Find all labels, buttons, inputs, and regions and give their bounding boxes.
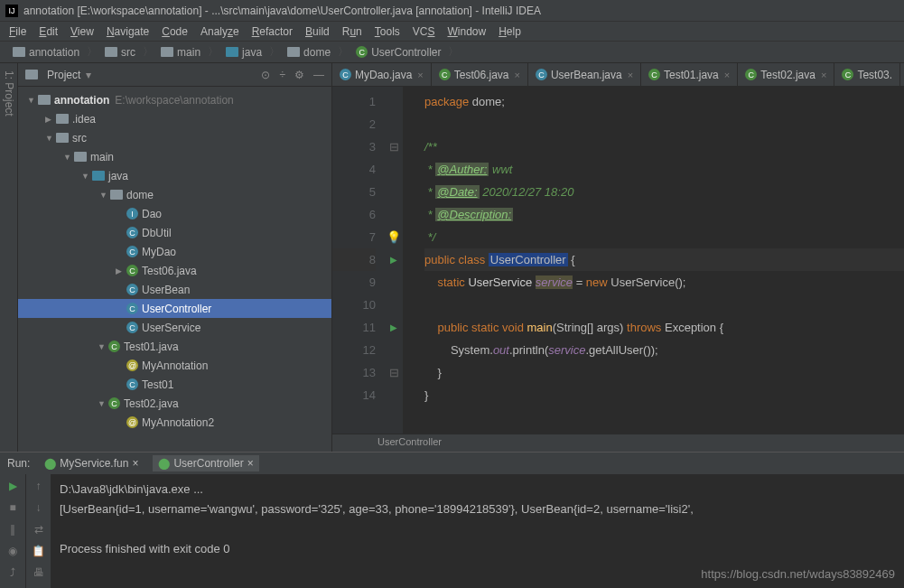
folder-icon <box>226 47 238 57</box>
tree-test01[interactable]: CTest01 <box>18 375 331 394</box>
folder-icon <box>92 171 105 181</box>
window-title: annotation [E:\workspace\annotation] - .… <box>23 5 541 17</box>
project-label[interactable]: Project <box>47 69 80 81</box>
menu-refactor[interactable]: Refactor <box>247 23 298 40</box>
interface-icon: I <box>126 208 138 219</box>
project-tree[interactable]: ▼annotationE:\workspace\annotation ▶.ide… <box>18 87 331 452</box>
crumb-src[interactable]: src <box>99 42 141 63</box>
console-line: Process finished with exit code 0 <box>60 539 895 559</box>
menu-edit[interactable]: Edit <box>33 23 63 40</box>
stop-icon[interactable]: ■ <box>9 501 15 514</box>
console-line: [UserBean{id=1, username='wangwu', passw… <box>60 499 895 519</box>
class-icon: C <box>340 69 351 80</box>
tab-userbean[interactable]: CUserBean.java× <box>528 63 641 87</box>
editor-tabs: CMyDao.java× CTest06.java× CUserBean.jav… <box>332 63 904 87</box>
bulb-icon[interactable]: 💡 <box>387 230 401 244</box>
up-icon[interactable]: ↑ <box>36 480 42 492</box>
run-tab-usercontroller[interactable]: ⬤UserController× <box>153 455 258 471</box>
folder-icon <box>25 70 38 79</box>
tree-test02java[interactable]: ▼CTest02.java <box>18 394 331 413</box>
tree-dbutil[interactable]: CDbUtil <box>18 223 331 242</box>
crumb-main[interactable]: main <box>155 42 206 63</box>
tab-test01[interactable]: CTest01.java× <box>641 63 738 87</box>
menu-code[interactable]: Code <box>156 23 193 40</box>
menu-build[interactable]: Build <box>300 23 335 40</box>
menu-window[interactable]: Window <box>442 23 491 40</box>
run-icon[interactable]: ▶ <box>385 316 403 339</box>
tree-userbean[interactable]: CUserBean <box>18 280 331 299</box>
tab-test02[interactable]: CTest02.java× <box>738 63 834 87</box>
tree-java[interactable]: ▼java <box>18 166 331 185</box>
target-icon[interactable]: ⊙ <box>261 69 270 81</box>
close-icon[interactable]: × <box>132 457 138 470</box>
wrap-icon[interactable]: ⇄ <box>34 523 43 536</box>
console-output[interactable]: D:\Java8\jdk\bin\java.exe ... [UserBean{… <box>51 474 904 588</box>
tree-userservice[interactable]: CUserService <box>18 318 331 337</box>
pause-icon[interactable]: ‖ <box>10 523 15 536</box>
run-icon[interactable]: ▶ <box>385 248 403 271</box>
menu-vcs[interactable]: VCS <box>407 23 441 40</box>
tree-test06[interactable]: ▶CTest06.java <box>18 261 331 280</box>
app-icon: IJ <box>5 5 18 17</box>
run-toolbar-left2: ↑ ↓ ⇄ 📋 🖶 <box>25 474 51 588</box>
hide-icon[interactable]: — <box>313 69 324 81</box>
folder-icon <box>105 47 117 57</box>
tree-dao[interactable]: IDao <box>18 204 331 223</box>
class-icon: C <box>356 46 368 58</box>
line-gutter: 1234567 891011121314 <box>332 87 385 434</box>
print-icon[interactable]: 🖶 <box>33 566 44 579</box>
code-editor[interactable]: 1234567 891011121314 ⊟ 💡 ▶ ▶ ⊟ package d… <box>332 87 904 434</box>
breadcrumb-bar: annotation〉 src〉 main〉 java〉 dome〉 CUser… <box>0 42 904 63</box>
tree-usercontroller[interactable]: CUserController <box>18 299 331 318</box>
folder-icon <box>161 47 173 57</box>
menu-navigate[interactable]: Navigate <box>101 23 154 40</box>
run-tab-myservice[interactable]: ⬤MyService.fun× <box>39 455 144 471</box>
tree-root[interactable]: ▼annotationE:\workspace\annotation <box>18 90 331 109</box>
tree-dome[interactable]: ▼dome <box>18 185 331 204</box>
menu-file[interactable]: File <box>4 23 32 40</box>
close-icon[interactable]: × <box>247 457 254 470</box>
tab-test06[interactable]: CTest06.java× <box>432 63 528 87</box>
crumb-dome[interactable]: dome <box>282 42 336 63</box>
code-content[interactable]: package dome; /** * @Auther: wwt * @Date… <box>403 87 904 434</box>
menu-view[interactable]: View <box>65 23 99 40</box>
tree-mydao[interactable]: CMyDao <box>18 242 331 261</box>
exit-icon[interactable]: ⤴ <box>10 566 15 579</box>
tree-main[interactable]: ▼main <box>18 147 331 166</box>
crumb-java[interactable]: java <box>220 42 267 63</box>
class-icon: C <box>126 284 138 295</box>
close-icon[interactable]: × <box>417 70 423 80</box>
gear-icon[interactable]: ⚙ <box>294 69 304 81</box>
tree-test01java[interactable]: ▼CTest01.java <box>18 337 331 356</box>
tab-mydao[interactable]: CMyDao.java× <box>332 63 432 87</box>
menu-analyze[interactable]: Analyze <box>195 23 245 40</box>
close-icon[interactable]: × <box>821 70 826 80</box>
tab-test03[interactable]: CTest03. <box>834 63 900 87</box>
close-icon[interactable]: × <box>515 70 520 80</box>
tree-myannotation[interactable]: @MyAnnotation <box>18 356 331 375</box>
camera-icon[interactable]: ◉ <box>8 545 17 557</box>
class-icon: C <box>126 227 138 238</box>
close-icon[interactable]: × <box>724 70 730 80</box>
menu-run[interactable]: Run <box>337 23 368 40</box>
side-tab-project[interactable]: 1: Project <box>0 63 18 452</box>
crumb-class[interactable]: CUserController <box>350 42 446 63</box>
tree-myannotation2[interactable]: @MyAnnotation2 <box>18 413 331 432</box>
annotation-icon: @ <box>126 359 138 371</box>
split-icon[interactable]: ÷ <box>279 69 285 81</box>
gutter-icons: ⊟ 💡 ▶ ▶ ⊟ <box>385 87 403 434</box>
down-icon[interactable]: ↓ <box>36 501 42 514</box>
tree-idea[interactable]: ▶.idea <box>18 109 331 128</box>
menu-help[interactable]: Help <box>493 23 527 40</box>
scroll-icon[interactable]: 📋 <box>32 545 45 557</box>
menu-tools[interactable]: Tools <box>369 23 405 40</box>
tree-src[interactable]: ▼src <box>18 128 331 147</box>
class-icon: C <box>108 397 120 409</box>
close-icon[interactable]: × <box>628 70 633 80</box>
run-label: Run: <box>7 457 30 470</box>
rerun-icon[interactable]: ▶ <box>9 480 17 492</box>
class-icon: C <box>126 378 138 390</box>
class-icon: C <box>648 69 660 80</box>
crumb-annotation[interactable]: annotation <box>7 42 85 63</box>
class-icon: C <box>842 69 853 80</box>
